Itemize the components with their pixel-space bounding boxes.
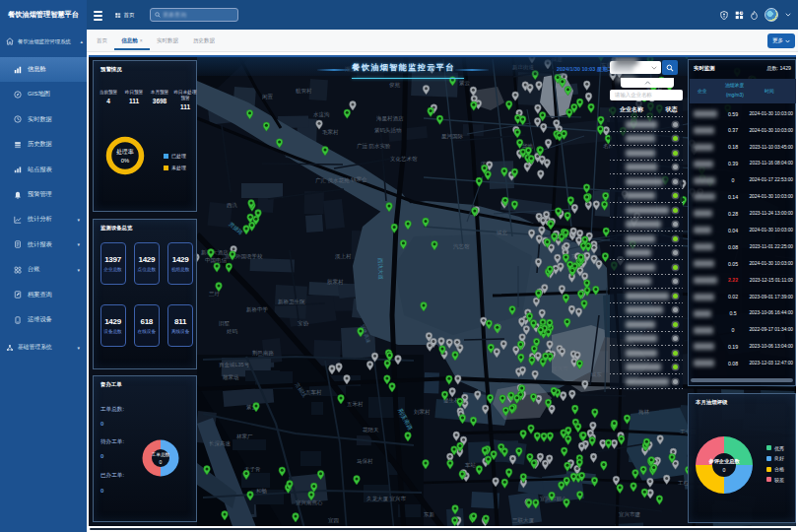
svg-text:城北: 城北 xyxy=(496,230,508,236)
svg-text:汽艺馆: 汽艺馆 xyxy=(453,243,470,250)
svg-text:新桥卫生院: 新桥卫生院 xyxy=(278,299,305,305)
svg-text:新桥中学: 新桥中学 xyxy=(246,306,269,312)
svg-text:广运 防水实验: 广运 防水实验 xyxy=(357,143,391,150)
svg-text:刘家村: 刘家村 xyxy=(413,409,431,416)
svg-text:紫码头活动: 紫码头活动 xyxy=(374,127,402,134)
svg-text:百金城L35号: 百金城L35号 xyxy=(219,362,250,368)
svg-text:旧墅: 旧墅 xyxy=(219,320,231,326)
svg-text:0: 0 xyxy=(722,466,725,472)
svg-text:广汇 茂水花苑: 广汇 茂水花苑 xyxy=(315,177,350,184)
svg-text:三联大厦: 三联大厦 xyxy=(512,517,535,524)
svg-text:宜园: 宜园 xyxy=(328,517,339,524)
svg-text:工单总数: 工单总数 xyxy=(152,451,170,457)
svg-text:五禾村: 五禾村 xyxy=(347,401,364,408)
svg-text:处理率: 处理率 xyxy=(116,148,134,156)
svg-text:马保村: 马保村 xyxy=(357,458,373,465)
svg-text:五车村: 五车村 xyxy=(305,389,322,396)
svg-text:航管村: 航管村 xyxy=(296,88,312,95)
svg-text:荆邑南路: 荆邑南路 xyxy=(252,350,275,356)
svg-text:星河国际: 星河国际 xyxy=(441,133,464,140)
svg-text:紫云: 紫云 xyxy=(459,80,471,86)
svg-text:俊苑: 俊苑 xyxy=(389,82,401,89)
svg-text:文化艺术馆: 文化艺术馆 xyxy=(390,156,418,163)
svg-text:宝协: 宝协 xyxy=(298,320,309,327)
svg-text:10: 10 xyxy=(741,11,744,15)
svg-text:久龙大厦 宜兴市: 久龙大厦 宜兴市 xyxy=(366,496,407,502)
svg-text:城东: 城东 xyxy=(590,371,603,377)
svg-text:溪上村: 溪上村 xyxy=(335,253,352,260)
svg-text:0: 0 xyxy=(160,458,163,464)
svg-text:东新: 东新 xyxy=(423,511,435,517)
svg-text:娃码: 娃码 xyxy=(227,328,238,335)
svg-text:和畅: 和畅 xyxy=(256,488,267,495)
svg-text:闲置: 闲置 xyxy=(262,94,274,100)
svg-text:梅林: 梅林 xyxy=(637,409,650,416)
svg-text:0%: 0% xyxy=(120,158,128,164)
svg-text:宜兴市: 宜兴市 xyxy=(552,366,568,371)
svg-text:花陌天: 花陌天 xyxy=(363,427,379,433)
svg-text:毛家村: 毛家村 xyxy=(322,129,339,136)
svg-text:水这沟: 水这沟 xyxy=(313,111,330,118)
svg-text:林家厂: 林家厂 xyxy=(235,433,253,439)
svg-text:新桥大酒店: 新桥大酒店 xyxy=(201,249,229,256)
svg-text:西氿: 西氿 xyxy=(227,202,238,209)
svg-text:宜兴市建: 宜兴市建 xyxy=(619,511,641,518)
svg-text:车站: 车站 xyxy=(465,462,477,468)
svg-text:殷家村: 殷家村 xyxy=(327,279,344,286)
svg-text:海星村酒店: 海星村酒店 xyxy=(376,115,404,122)
svg-text:雕家场: 雕家场 xyxy=(223,374,239,381)
svg-text:宜兴南燕心: 宜兴南燕心 xyxy=(296,499,323,505)
svg-text:参评企业总数: 参评企业总数 xyxy=(707,458,740,465)
svg-text:长深高速: 长深高速 xyxy=(209,440,232,447)
svg-text:钱家会: 钱家会 xyxy=(350,176,367,182)
